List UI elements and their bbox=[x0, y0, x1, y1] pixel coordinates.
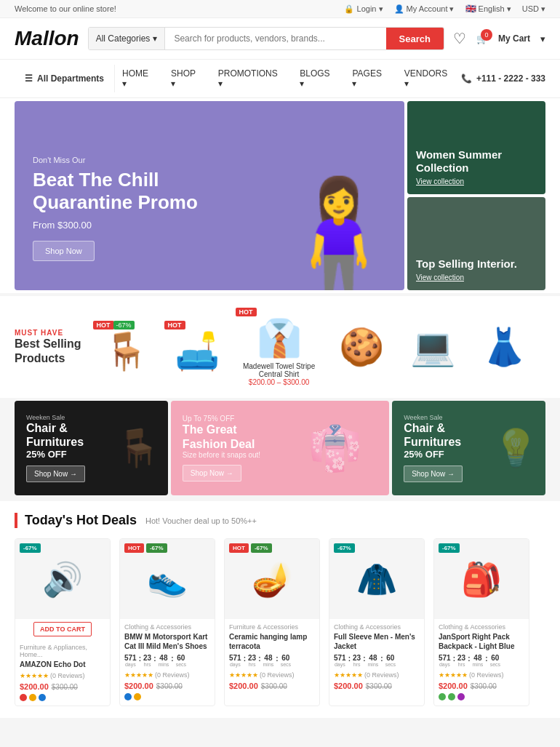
color-dot-green1-5[interactable] bbox=[439, 693, 446, 700]
deal-emoji-5: 🎒 bbox=[461, 560, 502, 599]
promo-off-1: 25% OFF bbox=[26, 449, 85, 460]
deal-price-new-2: $200.00 bbox=[124, 682, 153, 690]
product-thumb-3[interactable]: HOT 👔 Madewell Towel Stripe Central Shir… bbox=[236, 308, 323, 386]
promo-banner-2[interactable]: Up To 75% OFF The GreatFashion Deal Size… bbox=[171, 401, 389, 495]
deal-price-old-2: $300.00 bbox=[156, 682, 183, 690]
deal-name-5: JanSport Right Pack Backpack - Light Blu… bbox=[439, 632, 524, 651]
nav-pages[interactable]: PAGES ▾ bbox=[345, 60, 395, 97]
deals-title: Today's Hot Deals bbox=[15, 513, 137, 528]
promo-banner-3[interactable]: Weeken Sale Chair &Furnitures 25% OFF Sh… bbox=[392, 401, 545, 495]
deal-badges-5: -67% bbox=[439, 543, 460, 553]
promo-text-1: Weeken Sale Chair &Furnitures 25% OFF Sh… bbox=[26, 414, 85, 482]
my-account-link[interactable]: 👤 My Account ▾ bbox=[394, 4, 455, 14]
deal-name-4: Full Sleeve Men - Men's Jacket bbox=[334, 632, 420, 651]
deal-name-1: AMAZON Echo Dot bbox=[20, 660, 105, 669]
cart-icon-wrap[interactable]: 🛒 0 bbox=[476, 33, 488, 44]
hero-main-banner: Don't Miss Our Beat The Chill Quarantine… bbox=[15, 101, 404, 290]
language-selector[interactable]: 🇬🇧 English ▾ bbox=[465, 4, 511, 14]
deal-reviews-3: (0 Reviews) bbox=[260, 671, 295, 679]
hero-side-link-1[interactable]: View collection bbox=[416, 177, 537, 185]
currency-selector[interactable]: USD ▾ bbox=[522, 4, 545, 14]
deals-subtitle: Hot! Voucher deal up to 50%++ bbox=[145, 516, 257, 525]
deal-stars-3: ★★★★★ bbox=[229, 671, 258, 679]
deals-grid: -67% 🔊 ADD TO CART Furniture & Appliance… bbox=[15, 538, 545, 706]
search-button[interactable]: Search bbox=[386, 28, 444, 49]
product-thumb-4[interactable]: 🍪 bbox=[329, 325, 394, 369]
phone-area: 📞 +111 - 2222 - 333 bbox=[461, 73, 545, 84]
deal-info-1: Furniture & Appliances, Home... AMAZON E… bbox=[15, 639, 110, 706]
product-thumb-5[interactable]: 💻 bbox=[400, 325, 465, 369]
product-thumb-6[interactable]: 👗 bbox=[471, 325, 537, 369]
deal-badges-1: -67% bbox=[20, 543, 41, 553]
color-dots-1 bbox=[20, 694, 105, 701]
promo-banner-1[interactable]: Weeken Sale Chair &Furnitures 25% OFF Sh… bbox=[15, 401, 168, 495]
promo-week-sale-1: Weeken Sale bbox=[26, 414, 85, 421]
badge-pct-4: -67% bbox=[334, 543, 355, 553]
hero-person-emoji: 🧍‍♀️ bbox=[266, 181, 404, 290]
deal-name-3: Ceramic hanging lamp terracota bbox=[229, 632, 315, 651]
product-thumb-2[interactable]: HOT 🛋️ bbox=[164, 321, 230, 373]
deal-image-3: HOT -67% 🪔 bbox=[225, 539, 319, 619]
deal-card-2[interactable]: HOT -67% 👟 Clothing & Accessories BMW M … bbox=[119, 538, 215, 706]
badge-hot-3: HOT bbox=[229, 543, 249, 553]
wishlist-icon[interactable]: ♡ bbox=[453, 30, 466, 47]
deals-header: Today's Hot Deals Hot! Voucher deal up t… bbox=[15, 513, 545, 528]
add-to-cart-btn-1[interactable]: ADD TO CART bbox=[33, 622, 92, 636]
nav-bar: ☰ All Departments HOME ▾ SHOP ▾ PROMOTIO… bbox=[0, 60, 560, 98]
deal-stars-4: ★★★★★ bbox=[334, 671, 363, 679]
badge-pct-5: -67% bbox=[439, 543, 460, 553]
deal-badges-2: HOT -67% bbox=[124, 543, 167, 553]
category-dropdown[interactable]: All Categories ▾ bbox=[89, 28, 166, 49]
departments-button[interactable]: ☰ All Departments bbox=[15, 65, 115, 92]
deal-card-1[interactable]: -67% 🔊 ADD TO CART Furniture & Appliance… bbox=[15, 538, 111, 706]
hero-side-text-1: Women Summer Collection View collection bbox=[416, 148, 537, 185]
search-input[interactable] bbox=[165, 28, 385, 49]
color-dots-5 bbox=[439, 693, 524, 700]
phone-number: +111 - 2222 - 333 bbox=[476, 73, 545, 84]
hero-side-card-women[interactable]: Women Summer Collection View collection bbox=[407, 101, 545, 194]
deal-emoji-1: 🔊 bbox=[42, 560, 83, 599]
deal-reviews-4: (0 Reviews) bbox=[364, 671, 399, 679]
hero-side-link-2[interactable]: View collection bbox=[416, 273, 517, 281]
badge-pct-3: -67% bbox=[251, 543, 272, 553]
deal-emoji-4: 🧥 bbox=[356, 560, 397, 599]
deal-stars-5: ★★★★★ bbox=[439, 671, 468, 679]
badge-hot-3: HOT bbox=[236, 308, 257, 316]
badge-discount-1: -67% bbox=[113, 321, 135, 329]
nav-vendors[interactable]: VENDORS ▾ bbox=[397, 60, 461, 97]
login-link[interactable]: 🔒 Login ▾ bbox=[344, 4, 383, 14]
color-dot-red-1[interactable] bbox=[20, 694, 27, 701]
logo[interactable]: Mallon bbox=[15, 27, 79, 50]
deal-category-4: Clothing & Accessories bbox=[334, 623, 420, 631]
color-dot-blue-2[interactable] bbox=[124, 693, 132, 700]
nav-shop[interactable]: SHOP ▾ bbox=[164, 60, 209, 97]
deal-card-5[interactable]: -67% 🎒 Clothing & Accessories JanSport R… bbox=[433, 538, 529, 706]
hero-side-title-2: Top Selling Interior. bbox=[416, 257, 517, 271]
deal-card-3[interactable]: HOT -67% 🪔 Furniture & Accessories Ceram… bbox=[224, 538, 320, 706]
badge-hot-2: HOT bbox=[164, 321, 185, 329]
deal-stars-2: ★★★★★ bbox=[124, 671, 153, 679]
deal-reviews-2: (0 Reviews) bbox=[155, 671, 190, 679]
promo-shop-btn-1[interactable]: Shop Now → bbox=[26, 466, 85, 482]
color-dot-blue-1[interactable] bbox=[39, 694, 46, 701]
hero-shop-now-button[interactable]: Shop Now bbox=[33, 241, 95, 261]
deal-name-2: BMW M Motorsport Kart Cat III Mild Men's… bbox=[124, 632, 210, 651]
hero-side-card-interior[interactable]: Top Selling Interior. View collection bbox=[407, 197, 545, 290]
deal-emoji-2: 👟 bbox=[147, 560, 188, 599]
promo-shop-btn-2[interactable]: Shop Now → bbox=[183, 465, 241, 482]
cart-badge: 0 bbox=[481, 29, 492, 41]
deal-price-new-1: $200.00 bbox=[20, 682, 49, 691]
best-selling-title: Best Selling Products bbox=[15, 337, 81, 364]
color-dot-green2-5[interactable] bbox=[448, 693, 455, 700]
my-cart-label[interactable]: My Cart bbox=[498, 33, 530, 44]
color-dot-yellow-2[interactable] bbox=[134, 693, 141, 700]
nav-promotions[interactable]: PROMOTIONS ▾ bbox=[211, 60, 292, 97]
color-dot-purple-5[interactable] bbox=[457, 693, 465, 700]
product-thumb-1[interactable]: HOT -67% 🪑 bbox=[93, 321, 159, 373]
nav-home[interactable]: HOME ▾ bbox=[115, 60, 162, 97]
promo-shop-btn-3[interactable]: Shop Now → bbox=[404, 466, 463, 482]
nav-blogs[interactable]: BLOGS ▾ bbox=[292, 60, 343, 97]
color-dot-yellow-1[interactable] bbox=[29, 694, 36, 701]
deal-card-4[interactable]: -67% 🧥 Clothing & Accessories Full Sleev… bbox=[329, 538, 425, 706]
deal-stars-1: ★★★★★ bbox=[20, 672, 49, 679]
